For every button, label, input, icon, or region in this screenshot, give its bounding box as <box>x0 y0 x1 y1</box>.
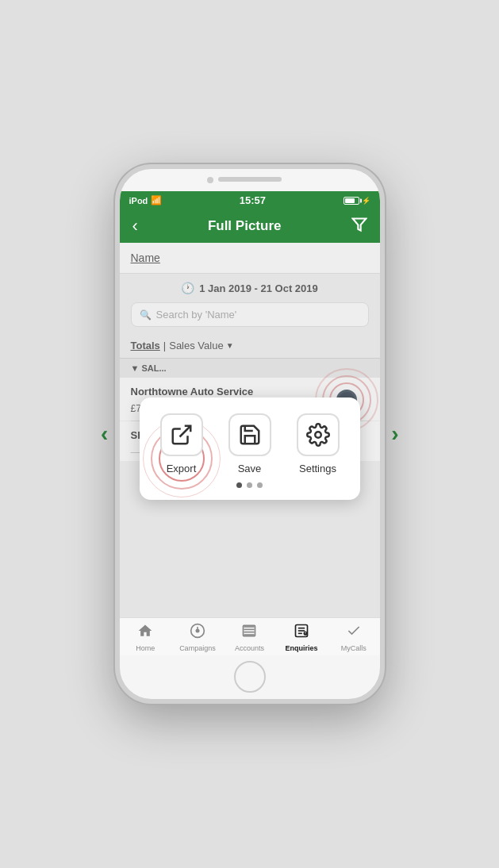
svg-marker-0 <box>352 218 366 230</box>
tab-home[interactable]: Home <box>120 621 172 654</box>
popup-buttons-row: Export Save <box>148 413 352 474</box>
svg-point-6 <box>195 629 199 633</box>
accounts-icon <box>241 623 257 643</box>
filter-button[interactable] <box>351 217 367 236</box>
export-label: Export <box>167 463 197 474</box>
settings-icon <box>297 413 340 456</box>
dot-3 <box>257 482 263 488</box>
enquiries-icon <box>294 623 309 643</box>
next-arrow[interactable]: › <box>391 421 398 447</box>
enquiries-label: Enquiries <box>286 644 318 652</box>
action-popup: Export Save <box>140 398 360 500</box>
save-button[interactable]: Save <box>216 413 284 474</box>
home-icon <box>137 623 153 643</box>
svg-point-2 <box>315 432 321 438</box>
popup-pagination-dots <box>236 482 263 488</box>
campaigns-label: Campaigns <box>179 644 216 652</box>
wifi-icon: 📶 <box>151 195 162 205</box>
tab-campaigns[interactable]: Campaigns <box>171 621 224 654</box>
phone-screen: iPod 📶 15:57 ⚡ ‹ Full Picture <box>120 191 380 655</box>
battery-icon <box>344 197 359 205</box>
export-icon <box>160 413 203 456</box>
carrier-label: iPod <box>129 196 148 205</box>
settings-label: Settings <box>299 463 336 474</box>
nav-bar: ‹ Full Picture <box>120 209 380 243</box>
time-label: 15:57 <box>240 194 266 206</box>
export-button[interactable]: Export <box>148 413 216 474</box>
save-icon <box>228 413 271 456</box>
status-bar-right: ⚡ <box>344 197 370 205</box>
mycalls-label: MyCalls <box>341 644 367 652</box>
status-bar: iPod 📶 15:57 ⚡ <box>120 191 380 209</box>
tab-bar: Home Campaigns <box>120 617 380 655</box>
svg-line-1 <box>179 426 190 437</box>
accounts-label: Accounts <box>235 644 264 652</box>
battery-fill <box>345 198 355 203</box>
dot-2 <box>247 482 252 488</box>
tab-mycalls[interactable]: MyCalls <box>328 621 380 654</box>
phone-camera <box>207 177 213 183</box>
settings-button[interactable]: Settings <box>284 413 352 474</box>
back-button[interactable]: ‹ <box>132 216 138 236</box>
content-area: Name 🕐 1 Jan 2019 - 21 Oct 2019 🔍 Search… <box>120 243 380 617</box>
phone-frame: iPod 📶 15:57 ⚡ ‹ Full Picture <box>115 164 385 704</box>
home-button[interactable] <box>234 661 266 693</box>
campaigns-icon <box>190 623 205 643</box>
tab-enquiries[interactable]: Enquiries <box>275 621 328 654</box>
tab-accounts[interactable]: Accounts <box>224 621 276 654</box>
dot-1 <box>236 482 242 488</box>
status-bar-left: iPod 📶 <box>129 195 163 205</box>
charging-icon: ⚡ <box>362 197 370 205</box>
svg-point-18 <box>305 634 306 635</box>
page-title: Full Picture <box>208 218 282 234</box>
home-label: Home <box>136 644 155 652</box>
prev-arrow[interactable]: › <box>101 421 108 447</box>
save-label: Save <box>238 463 262 474</box>
mycalls-icon <box>346 623 362 643</box>
phone-speaker <box>218 177 282 182</box>
